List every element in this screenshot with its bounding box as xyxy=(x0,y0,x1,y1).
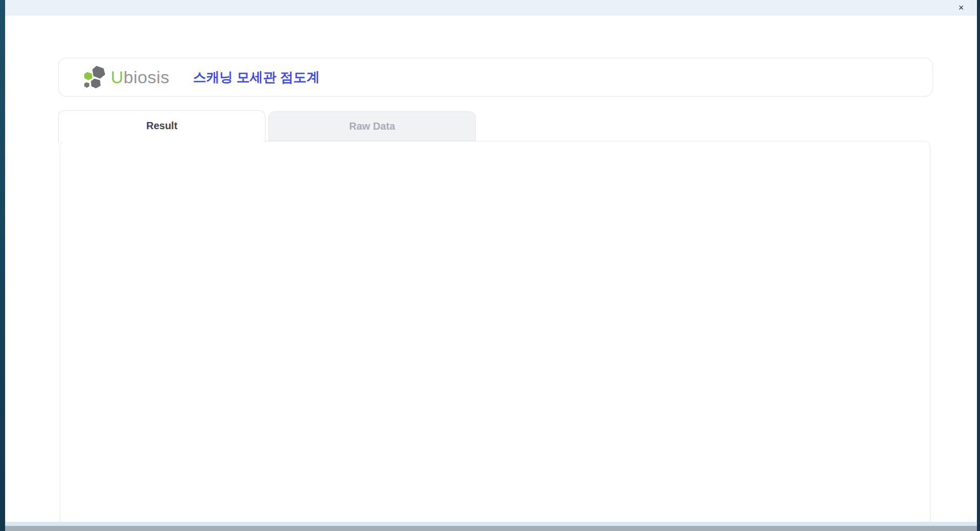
brand-rest: biosis xyxy=(124,67,169,87)
taskbar-strip xyxy=(0,526,980,531)
app-title: 스캐닝 모세관 점도계 xyxy=(193,68,320,86)
window-titlebar: × xyxy=(5,0,977,15)
desktop-right-strip xyxy=(977,0,980,531)
ubiosis-logo: Ubiosis xyxy=(81,65,169,89)
brand-u: U xyxy=(111,67,124,87)
header-card: Ubiosis 스캐닝 모세관 점도계 xyxy=(58,58,933,96)
tab-raw-data[interactable]: Raw Data xyxy=(268,111,476,141)
brand-text: Ubiosis xyxy=(111,67,169,87)
tab-result[interactable]: Result xyxy=(58,110,265,142)
close-icon[interactable]: × xyxy=(954,2,968,13)
desktop-left-strip xyxy=(0,0,5,531)
app-window: Ubiosis 스캐닝 모세관 점도계 Result Raw Data File… xyxy=(5,15,977,524)
content-card xyxy=(60,141,930,531)
ubiosis-hexagon-logo-icon xyxy=(81,65,108,89)
